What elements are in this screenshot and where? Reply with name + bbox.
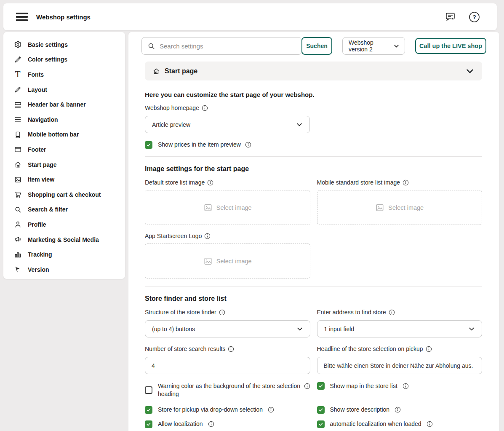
app-startscreen-logo-upload[interactable]: Select image [145,244,310,278]
checkbox[interactable] [145,406,152,414]
sidebar-item-item-view[interactable]: Item view [3,172,125,187]
default-store-list-image-upload[interactable]: Select image [145,190,310,225]
sidebar-item-tracking[interactable]: Tracking [3,247,125,262]
automatic-localization-checkbox-row[interactable]: automatic localization when loaded [317,420,483,428]
store-finder-structure-select[interactable]: (up to 4) buttons [145,320,310,337]
webshop-homepage-select[interactable]: Article preview [145,116,310,133]
pickup-headline-input[interactable] [317,357,483,374]
fonts-icon: T [13,70,22,79]
sidebar-item-label: Navigation [28,116,58,123]
sidebar-item-search-filter[interactable]: Search & filter [3,202,125,217]
sidebar-item-marketing-social-media[interactable]: Marketing & Social Media [3,232,125,247]
image-icon [13,175,22,184]
sidebar-item-navigation[interactable]: Navigation [3,112,125,127]
divider [145,286,482,286]
checkbox[interactable] [145,141,152,149]
sidebar-item-label: Profile [28,221,46,228]
mobile-standard-store-list-image-label: Mobile standard store list image [317,179,483,186]
image-placeholder-icon [203,257,213,266]
app-startscreen-logo-label: App Startscreen Logo [145,233,310,239]
info-icon[interactable] [304,383,310,389]
sidebar-item-label: Start page [28,161,56,168]
sidebar-item-label: Shopping cart & checkout [28,191,101,198]
sidebar-item-profile[interactable]: Profile [3,217,125,232]
cart-icon [13,190,22,199]
app-title: Webshop settings [36,13,91,21]
webshop-homepage-label: Webshop homepage [145,104,482,111]
sidebar-item-version[interactable]: Version [3,262,125,277]
chevron-down-icon [296,326,303,332]
feedback-review-icon[interactable] [445,12,456,22]
sidebar-item-basic-settings[interactable]: Basic settings [3,37,125,52]
divider [145,156,482,157]
show-map-checkbox-row[interactable]: Show map in the store list [317,382,483,398]
image-placeholder-icon [375,203,384,212]
info-icon[interactable] [202,105,208,111]
home-icon [13,161,22,169]
help-icon[interactable]: ? [469,11,480,23]
sidebar-item-footer[interactable]: Footer [3,142,125,157]
start-page-section-header[interactable]: Start page [145,62,482,80]
info-icon[interactable] [208,421,214,427]
search-input[interactable] [141,37,302,55]
info-icon[interactable] [427,421,433,427]
sidebar-item-fonts[interactable]: T Fonts [3,67,125,82]
checkbox[interactable] [145,386,152,394]
hamburger-menu-icon[interactable] [16,11,28,23]
search-submit-button[interactable]: Suchen [301,37,332,55]
enter-address-select[interactable]: 1 input field [317,320,483,337]
sidebar-item-label: Item view [28,176,54,183]
search-icon [13,205,22,214]
chevron-down-icon [393,43,400,49]
bar-chart-icon [13,250,22,259]
footer-icon [13,145,22,154]
sidebar-item-shopping-cart-checkout[interactable]: Shopping cart & checkout [3,187,125,202]
checkbox[interactable] [317,406,325,414]
sidebar-item-start-page[interactable]: Start page [3,157,125,172]
warning-color-checkbox-row[interactable]: Warning color as the background of the s… [145,382,310,398]
checkbox[interactable] [145,420,152,428]
sidebar-item-label: Basic settings [28,41,68,48]
webshop-version-value: Webshop version 2 [349,39,393,53]
info-icon[interactable] [268,407,274,413]
sidebar-item-header-bar-banner[interactable]: Header bar & banner [3,97,125,112]
number-store-results-input[interactable] [145,357,310,374]
mobile-standard-store-list-image-upload[interactable]: Select image [317,190,483,225]
allow-localization-checkbox-row[interactable]: Allow localization [145,420,310,428]
mobile-bottom-bar-icon [13,130,22,139]
top-bar: Webshop settings ? [3,3,497,30]
call-up-live-shop-button[interactable]: Call up the LIVE shop [415,38,486,54]
sidebar-item-color-settings[interactable]: Color settings [3,52,125,67]
sidebar-item-label: Marketing & Social Media [28,236,99,243]
show-prices-checkbox-row[interactable]: Show prices in the item preview [145,141,482,149]
chevron-down-icon [468,326,475,332]
info-icon[interactable] [245,142,251,148]
sidebar-item-layout[interactable]: Layout [3,82,125,97]
info-icon[interactable] [207,179,213,186]
person-icon [13,220,22,229]
chevron-down-icon[interactable] [465,67,475,76]
image-settings-heading: Image settings for the start page [145,165,482,173]
store-finder-heading: Store finder and store list [145,295,482,303]
enter-address-label: Enter address to find store [317,309,483,316]
sidebar-item-label: Search & filter [28,206,68,213]
section-intro: Here you can customize the start page of… [145,91,482,98]
info-icon[interactable] [426,346,432,352]
store-pickup-dropdown-checkbox-row[interactable]: Store for pickup via drop-down selection [145,406,310,414]
header-banner-icon [13,100,22,109]
webshop-version-select[interactable]: Webshop version 2 [342,37,405,55]
info-icon[interactable] [389,309,395,316]
info-icon[interactable] [219,309,225,316]
info-icon[interactable] [395,407,401,413]
sidebar-item-mobile-bottom-bar[interactable]: Mobile bottom bar [3,127,125,142]
info-icon[interactable] [403,179,409,186]
info-icon[interactable] [228,346,234,352]
info-icon[interactable] [403,383,409,389]
checkbox[interactable] [317,382,325,390]
megaphone-icon [13,236,22,244]
checkbox[interactable] [317,420,325,428]
sidebar-item-label: Tracking [28,251,52,258]
flag-icon [13,265,22,274]
info-icon[interactable] [204,233,211,239]
show-store-description-checkbox-row[interactable]: Show store description [317,406,483,414]
